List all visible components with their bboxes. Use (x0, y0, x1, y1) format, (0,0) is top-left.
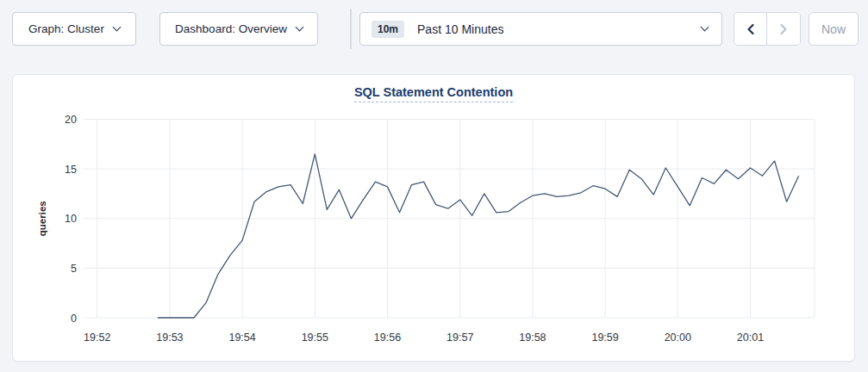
svg-text:19:57: 19:57 (446, 332, 473, 344)
svg-text:19:59: 19:59 (591, 332, 618, 344)
y-axis-title: queries (37, 201, 47, 236)
now-button[interactable]: Now (809, 12, 859, 46)
x-axis-labels: 19:5219:5319:5419:5519:5619:5719:5819:59… (84, 332, 764, 344)
svg-text:19:54: 19:54 (228, 332, 255, 344)
chevron-down-icon (295, 23, 303, 32)
svg-text:19:52: 19:52 (84, 332, 110, 344)
time-range-selector[interactable]: 10m Past 10 Minutes (359, 12, 722, 46)
svg-text:19:55: 19:55 (302, 332, 328, 344)
svg-text:15: 15 (65, 164, 77, 176)
svg-text:19:56: 19:56 (374, 332, 401, 344)
chevron-right-icon (778, 23, 789, 35)
line-chart[interactable]: 0510152019:5219:5319:5419:5519:5619:5719… (13, 75, 856, 362)
prev-time-button[interactable] (734, 13, 767, 45)
svg-text:0: 0 (71, 313, 77, 325)
chevron-down-icon (112, 23, 121, 32)
dashboard-dropdown[interactable]: Dashboard: Overview (159, 12, 318, 46)
graph-dropdown-label: Graph: Cluster (28, 22, 104, 35)
svg-text:20:00: 20:00 (665, 332, 691, 344)
time-window-badge: 10m (372, 21, 404, 38)
dashboard-dropdown-label: Dashboard: Overview (175, 22, 287, 35)
chevron-left-icon (746, 23, 756, 35)
chart-card: SQL Statement Contention 0510152019:5219… (12, 74, 855, 362)
svg-text:20: 20 (65, 114, 77, 126)
svg-text:10: 10 (65, 213, 77, 225)
graph-dropdown[interactable]: Graph: Cluster (12, 12, 136, 46)
svg-text:20:01: 20:01 (737, 332, 764, 344)
gridlines (84, 120, 815, 319)
svg-text:19:53: 19:53 (156, 332, 183, 344)
y-axis-labels: 05101520 (65, 114, 77, 325)
time-window-label: Past 10 Minutes (417, 22, 503, 36)
chevron-down-icon (701, 23, 709, 32)
toolbar-divider (350, 9, 352, 49)
toolbar: Graph: Cluster Dashboard: Overview 10m P… (0, 0, 868, 62)
svg-text:5: 5 (71, 263, 77, 275)
chart-line-queries (158, 154, 799, 318)
time-step-button-group (734, 12, 801, 46)
svg-text:19:58: 19:58 (519, 332, 546, 344)
next-time-button[interactable] (767, 13, 800, 45)
